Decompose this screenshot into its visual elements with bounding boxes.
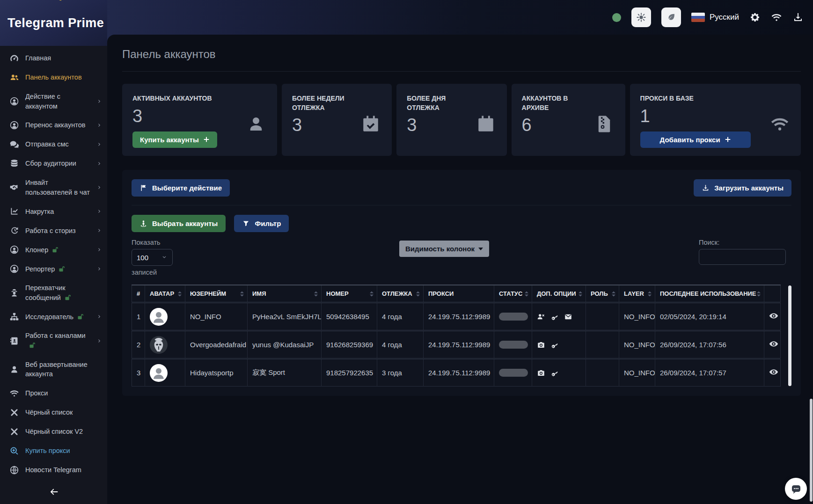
select-action-label: Выберите действие: [152, 184, 222, 192]
accounts-panel: Выберите действие Загрузить аккаунты Выб…: [122, 170, 801, 396]
column-header[interactable]: ОТЛЕЖКА: [377, 285, 424, 303]
choose-accounts-button[interactable]: Выбрать аккаунты: [132, 215, 226, 232]
history-icon: [9, 226, 19, 235]
sidebar-item[interactable]: Веб развертывание аккаунта: [0, 355, 107, 384]
proxy-wifi-icon[interactable]: [771, 12, 782, 23]
sidebar-item[interactable]: Перехватчик сообщений: [0, 278, 107, 307]
stat-card: АККАУНТОВ В АРХИВЕ6: [512, 84, 625, 156]
sidebar-item-label: Главная: [25, 53, 103, 63]
status-pill: [499, 369, 528, 377]
cell-username: Hidayatsportp: [185, 359, 248, 387]
column-header-label: ДОП. ОПЦИИ: [537, 290, 576, 297]
download-icon[interactable]: [792, 12, 804, 23]
chevron-right-icon: [96, 266, 103, 272]
column-header[interactable]: ДОП. ОПЦИИ: [532, 285, 586, 303]
filter-label: Фильтр: [255, 219, 281, 227]
chevron-down-icon: [161, 254, 168, 261]
envelope-icon[interactable]: [564, 313, 572, 321]
camera-icon[interactable]: [537, 341, 545, 349]
search-input[interactable]: [699, 249, 786, 265]
language-selector[interactable]: Русский: [691, 13, 739, 22]
settings-gear-icon[interactable]: [749, 12, 761, 23]
key-icon[interactable]: [550, 341, 559, 349]
sort-carets-icon: [525, 291, 528, 296]
column-header[interactable]: ПОСЛЕДНЕЕ ИСПОЛЬЗОВАНИЕ: [655, 285, 764, 303]
cell-layer: NO_INFO: [619, 359, 655, 387]
cell-avatar: [145, 303, 185, 331]
view-account-button[interactable]: [769, 311, 778, 321]
chevron-right-icon: [96, 247, 103, 253]
chat-icon: [791, 483, 802, 495]
stat-card-value: 1: [640, 107, 791, 125]
add-proxy-button[interactable]: Добавить прокси: [640, 131, 751, 148]
sidebar-item[interactable]: Репортер: [0, 259, 107, 278]
sidebar-item-label: Купить прокси: [25, 446, 103, 456]
sidebar-item[interactable]: Чёрный список: [0, 403, 107, 422]
sidebar-collapse-button[interactable]: [0, 480, 107, 504]
page-size-select[interactable]: 100: [132, 249, 173, 266]
view-account-button[interactable]: [769, 339, 778, 349]
column-header[interactable]: РОЛЬ: [586, 285, 619, 303]
user-x-icon[interactable]: [537, 313, 545, 321]
cell-name: 寂寞 Sport: [248, 359, 322, 387]
chevron-right-icon: [96, 141, 103, 147]
cell-proxy: 24.199.75.112:9989: [424, 359, 494, 387]
sidebar-item[interactable]: Исследователь: [0, 307, 107, 326]
sidebar-item[interactable]: Новости Telegram: [0, 460, 107, 480]
camera-icon[interactable]: [537, 369, 545, 377]
buy-accounts-button[interactable]: Купить аккаунты: [132, 131, 217, 148]
main-content: Панель аккаунтов АКТИВНЫХ АККАУНТОВ3Купи…: [107, 35, 813, 504]
sort-carets-icon: [178, 291, 182, 296]
page-scrollbar-thumb[interactable]: [810, 399, 813, 502]
filter-icon: [242, 219, 250, 227]
eco-theme-button[interactable]: [661, 7, 681, 27]
download-tray-icon: [702, 184, 710, 192]
database-icon: [9, 159, 19, 168]
sidebar-item[interactable]: Чёрный список V2: [0, 422, 107, 441]
column-header[interactable]: НОМЕР: [322, 285, 377, 303]
sidebar-item[interactable]: Панель аккаунтов: [0, 68, 107, 87]
view-account-button[interactable]: [769, 367, 778, 377]
arrow-left-icon: [49, 487, 59, 497]
sidebar-item[interactable]: Клонер: [0, 240, 107, 259]
sidebar-item-label: Сбор аудитории: [25, 159, 90, 168]
sidebar-item[interactable]: Перенос аккаунтов: [0, 116, 107, 135]
sidebar-item[interactable]: Накрутка: [0, 202, 107, 221]
sidebar-item[interactable]: Работа с каналами: [0, 326, 107, 355]
sidebar-item[interactable]: Инвайт пользователей в чат: [0, 173, 107, 202]
cell-number: 918257922635: [322, 359, 377, 387]
column-header[interactable]: ЮЗЕРНЕЙМ: [185, 285, 248, 303]
sidebar-item[interactable]: Действие с аккаунтом: [0, 87, 107, 116]
stat-card-label: БОЛЕЕ ДНЯ ОТЛЕЖКА: [407, 94, 471, 112]
column-visibility-button[interactable]: Видимость колонок: [399, 241, 489, 257]
sidebar-item-label: Клонер: [25, 245, 90, 255]
sidebar-menu: ГлавнаяПанель аккаунтовДействие с аккаун…: [0, 49, 107, 480]
column-header[interactable]: ИМЯ: [248, 285, 322, 303]
sidebar-item[interactable]: Купить прокси: [0, 441, 107, 460]
light-theme-button[interactable]: [631, 7, 651, 27]
unlock-icon: [58, 265, 66, 273]
key-icon[interactable]: [550, 369, 559, 377]
key-icon[interactable]: [550, 313, 559, 321]
sidebar-item[interactable]: Работа с сториз: [0, 221, 107, 240]
column-visibility-label: Видимость колонок: [405, 245, 475, 253]
app-logo[interactable]: Telegram Prime: [0, 0, 107, 46]
x-mark-icon: [9, 408, 19, 417]
column-header[interactable]: АВАТАР: [145, 285, 185, 303]
records-label: записей: [132, 269, 791, 276]
select-action-button[interactable]: Выберите действие: [132, 179, 230, 197]
sidebar-item[interactable]: Главная: [0, 49, 107, 68]
column-header[interactable]: СТАТУС: [494, 285, 532, 303]
sidebar-item[interactable]: Отправка смс: [0, 135, 107, 154]
sidebar: ГлавнаяПанель аккаунтовДействие с аккаун…: [0, 46, 107, 504]
column-header[interactable]: LAYER: [619, 285, 655, 303]
filter-button[interactable]: Фильтр: [234, 215, 289, 232]
sidebar-item[interactable]: Прокси: [0, 384, 107, 403]
support-chat-button[interactable]: [785, 478, 807, 500]
table-scrollbar[interactable]: [788, 285, 791, 386]
upload-accounts-button[interactable]: Загрузить аккаунты: [694, 179, 791, 197]
globe-icon: [9, 465, 19, 475]
sidebar-item[interactable]: Сбор аудитории: [0, 154, 107, 173]
chevron-right-icon: [96, 338, 103, 344]
table-row: 3Hidayatsportp寂寞 Sport9182579226353 года…: [132, 359, 781, 387]
